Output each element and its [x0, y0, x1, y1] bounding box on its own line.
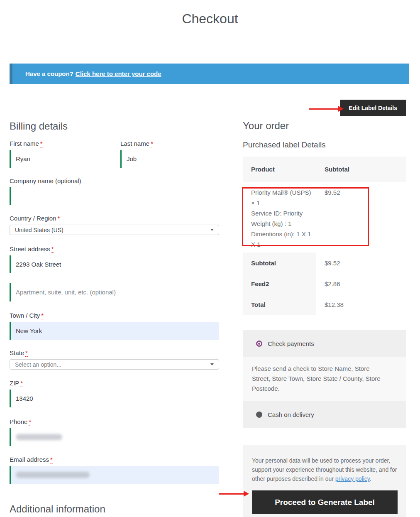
- check-payments-description: Please send a check to Store Name, Store…: [243, 357, 406, 401]
- apartment-field: [10, 283, 219, 301]
- required-marker: *: [29, 418, 31, 426]
- last-name-label: Last name*: [120, 140, 219, 147]
- cash-on-delivery-label: Cash on delivery: [268, 411, 314, 418]
- proceed-to-generate-label-button[interactable]: Proceed to Generate Label: [252, 490, 398, 514]
- state-select-value: Select an option...: [15, 361, 61, 368]
- required-marker: *: [41, 312, 44, 319]
- fee-row-value: $2.86: [316, 273, 406, 294]
- billing-column: Billing details First name* Last name* C…: [10, 100, 219, 515]
- subtotal-column-header: Subtotal: [316, 157, 406, 182]
- first-name-input[interactable]: [16, 150, 108, 168]
- privacy-text-end: .: [370, 475, 371, 482]
- subtotal-row-value: $9.52: [316, 252, 406, 273]
- product-quantity: × 1: [251, 198, 316, 208]
- order-submit-section: Your personal data will be used to proce…: [243, 445, 406, 517]
- product-column-header: Product: [243, 157, 316, 182]
- city-label: Town / City*: [10, 312, 219, 319]
- zip-label: ZIP*: [10, 380, 219, 387]
- street-address-input[interactable]: [16, 255, 219, 273]
- purchased-label-details-heading: Purchased label Details: [243, 140, 406, 149]
- country-field: Country / Region* United States (US): [10, 215, 219, 235]
- email-field: Email address*: [10, 456, 219, 484]
- coupon-link[interactable]: Click here to enter your code: [76, 70, 161, 77]
- country-select[interactable]: United States (US): [10, 225, 219, 235]
- state-select[interactable]: Select an option...: [10, 359, 219, 370]
- order-column: Edit Label Details Your order Purchased …: [243, 100, 406, 517]
- privacy-policy-link[interactable]: privacy policy: [335, 475, 370, 482]
- phone-field: Phone*: [10, 418, 219, 446]
- email-label: Email address*: [10, 456, 219, 463]
- phone-input[interactable]: [10, 428, 219, 446]
- product-meta-dimensions: Dimentions (in): 1 X 1: [251, 229, 316, 239]
- checkout-page: Checkout Have a coupon? Click here to en…: [0, 0, 420, 517]
- coupon-text: Have a coupon?: [25, 70, 73, 77]
- page-title: Checkout: [0, 11, 420, 27]
- product-row: Priority Mail® (USPS) × 1 Service ID: Pr…: [243, 182, 406, 252]
- product-meta-service-id: Service ID: Priority: [251, 208, 316, 218]
- required-marker: *: [58, 215, 60, 222]
- check-payments-radio[interactable]: [256, 341, 262, 347]
- payment-methods: Check payments Please send a check to St…: [243, 330, 406, 428]
- country-label: Country / Region*: [10, 215, 219, 222]
- email-value-redacted-blur: [16, 472, 90, 478]
- product-meta-dimensions-wrap: X 1: [251, 239, 316, 250]
- required-marker: *: [151, 140, 153, 147]
- privacy-notice: Your personal data will be used to proce…: [252, 456, 398, 483]
- payment-method-check[interactable]: Check payments: [243, 330, 406, 357]
- chevron-down-icon: [210, 363, 214, 365]
- last-name-field: Last name*: [120, 140, 219, 168]
- subtotal-row-label: Subtotal: [243, 252, 316, 273]
- additional-information-heading: Additional information: [10, 503, 219, 515]
- apartment-input[interactable]: [16, 283, 219, 301]
- last-name-input[interactable]: [127, 150, 219, 168]
- zip-field: ZIP*: [10, 380, 219, 407]
- cash-on-delivery-radio[interactable]: [256, 412, 262, 418]
- check-payments-label: Check payments: [268, 340, 314, 347]
- order-review-table: Product Subtotal Priority Mail® (USPS) ×…: [243, 157, 406, 315]
- first-name-field: First name*: [10, 140, 108, 168]
- state-field: State* Select an option...: [10, 349, 219, 370]
- coupon-banner: Have a coupon? Click here to enter your …: [10, 64, 409, 84]
- fee-row: Feed2 $2.86: [243, 273, 406, 294]
- required-marker: *: [51, 245, 54, 253]
- fee-row-label: Feed2: [243, 273, 316, 294]
- company-name-field: Company name (optional): [10, 177, 219, 205]
- product-name: Priority Mail® (USPS): [251, 187, 316, 198]
- your-order-heading: Your order: [243, 120, 406, 132]
- total-row-value: $12.38: [316, 294, 406, 315]
- product-subtotal-value: $9.52: [316, 182, 406, 252]
- edit-label-details-button[interactable]: Edit Label Details: [340, 100, 406, 116]
- required-marker: *: [25, 349, 28, 357]
- required-marker: *: [50, 456, 53, 463]
- required-marker: *: [20, 380, 23, 387]
- total-row-label: Total: [243, 294, 316, 315]
- state-label: State*: [10, 349, 219, 356]
- city-field: Town / City*: [10, 312, 219, 340]
- street-address-field: Street address*: [10, 245, 219, 273]
- company-name-input[interactable]: [16, 187, 219, 205]
- phone-label: Phone*: [10, 418, 219, 425]
- payment-method-cod[interactable]: Cash on delivery: [243, 401, 406, 428]
- table-header-row: Product Subtotal: [243, 157, 406, 182]
- product-meta-weight: Weight (kg) : 1: [251, 218, 316, 229]
- company-name-label: Company name (optional): [10, 177, 219, 184]
- chevron-down-icon: [210, 229, 214, 231]
- billing-details-heading: Billing details: [10, 120, 219, 132]
- zip-input[interactable]: [16, 390, 219, 407]
- privacy-text: Your personal data will be used to proce…: [252, 457, 397, 482]
- street-address-label: Street address*: [10, 245, 219, 252]
- country-select-value: United States (US): [15, 227, 63, 233]
- email-input[interactable]: [10, 466, 219, 484]
- subtotal-row: Subtotal $9.52: [243, 252, 406, 273]
- first-name-label: First name*: [10, 140, 108, 147]
- required-marker: *: [40, 140, 43, 147]
- total-row: Total $12.38: [243, 294, 406, 315]
- city-input[interactable]: [16, 322, 219, 340]
- phone-value-redacted-blur: [16, 434, 62, 440]
- product-cell: Priority Mail® (USPS) × 1 Service ID: Pr…: [243, 182, 316, 252]
